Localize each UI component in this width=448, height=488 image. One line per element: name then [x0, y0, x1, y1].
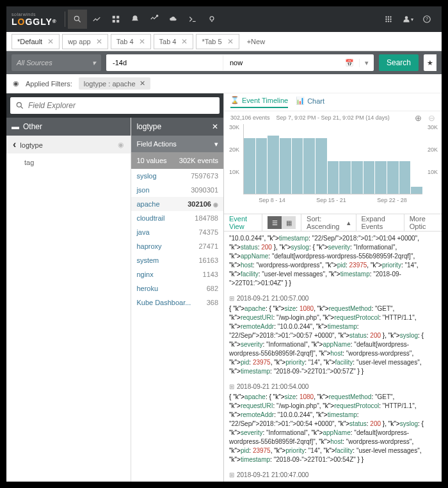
bell-icon[interactable]	[125, 10, 145, 29]
field-actions-dropdown[interactable]: Field Actions▾	[131, 136, 223, 152]
facet-row[interactable]: system16163	[131, 253, 223, 267]
panel-back-row[interactable]: ‹logtype◉	[6, 136, 131, 153]
expand-icon[interactable]: ⊞	[229, 383, 234, 390]
svg-point-11	[388, 16, 389, 17]
linechart-icon[interactable]	[87, 10, 106, 29]
chevron-down-icon: ▾	[92, 59, 96, 67]
facet-row[interactable]: Kube Dashboar...368	[131, 295, 223, 310]
chart-bar[interactable]	[364, 161, 375, 194]
sources-dropdown[interactable]: All Sources▾	[12, 54, 101, 71]
event-row[interactable]: "10.0.0.244", "k">timestamp: "22/Sep/">2…	[229, 234, 436, 288]
chevron-down-icon: ▾	[214, 140, 218, 148]
dashboard-icon[interactable]	[106, 10, 125, 29]
alert-icon[interactable]	[145, 10, 164, 29]
chevron-up-icon: ▴	[347, 219, 351, 227]
facet-row[interactable]: apache302106 ◉	[131, 197, 223, 211]
eye-icon[interactable]: ◉	[118, 141, 124, 149]
field-explorer-input[interactable]	[10, 97, 220, 114]
zoom-out-icon[interactable]: ⊖	[428, 113, 435, 123]
facet-row[interactable]: heroku682	[131, 281, 223, 295]
chart-bar[interactable]	[375, 161, 387, 194]
tab[interactable]: *Tab 5✕	[196, 34, 239, 49]
tab[interactable]: wp app✕	[62, 34, 108, 49]
more-options-button[interactable]: More Optic	[404, 214, 442, 231]
facet-row[interactable]: cloudtrail184788	[131, 211, 223, 225]
favorite-button[interactable]: ★	[424, 54, 436, 71]
apps-icon[interactable]	[379, 10, 398, 29]
close-icon[interactable]: ✕	[96, 37, 102, 46]
chart-bar[interactable]	[411, 187, 422, 194]
eye-icon: ◉	[213, 201, 218, 208]
tab-chart[interactable]: 📊Chart	[296, 97, 324, 107]
back-icon: ‹	[13, 139, 16, 150]
logo[interactable]: solarwinds LOGGLY®	[12, 12, 57, 27]
svg-point-8	[210, 17, 214, 20]
sort-dropdown[interactable]: Sort: Ascending▴	[301, 214, 356, 231]
cloud-icon[interactable]	[164, 10, 183, 29]
chevron-down-icon[interactable]: ▾	[359, 59, 374, 67]
expand-icon[interactable]: ⊞	[229, 471, 234, 478]
chart-bar[interactable]	[244, 138, 255, 194]
chart-bar[interactable]	[399, 161, 411, 194]
facet-row[interactable]: nginx1143	[131, 267, 223, 281]
terminal-icon[interactable]	[183, 10, 202, 29]
chart-bar[interactable]	[280, 138, 291, 194]
close-icon[interactable]: ✕	[227, 37, 234, 46]
chart-info: 302,106 events Sep 7, 9:02 PM - Sep 21, …	[224, 111, 442, 124]
expand-events-button[interactable]: Expand Events	[356, 214, 404, 231]
chart-bar[interactable]	[351, 161, 363, 194]
facet-row[interactable]: haproxy27471	[131, 239, 223, 253]
tab[interactable]: Tab 4✕	[154, 34, 194, 49]
close-icon[interactable]: ✕	[212, 122, 218, 131]
expand-icon[interactable]: ⊞	[229, 295, 234, 302]
close-icon[interactable]: ✕	[181, 37, 188, 46]
chart-bar[interactable]	[316, 138, 327, 194]
filter-chip[interactable]: logtype : apache✕	[79, 77, 150, 90]
svg-point-15	[390, 19, 391, 20]
chart-bar[interactable]	[303, 138, 315, 194]
new-tab-button[interactable]: +New	[242, 34, 270, 49]
event-row[interactable]: ⊞2018-09-21 21:00:47.000{ "k">apache: { …	[229, 471, 436, 482]
chart-bar[interactable]	[268, 136, 279, 194]
to-input[interactable]	[223, 55, 340, 70]
x-axis-labels: Sep 8 - 14 Sep 15 - 21 Sep 22 - 28	[243, 194, 422, 203]
event-count: 302,106 events	[230, 114, 270, 121]
facet-row[interactable]: json3090301	[131, 183, 223, 197]
close-icon[interactable]: ✕	[47, 37, 54, 46]
help-icon[interactable]: ?	[417, 10, 436, 29]
field-row[interactable]: tag	[6, 153, 131, 171]
tab[interactable]: *Default✕	[12, 34, 60, 49]
event-row[interactable]: ⊞2018-09-21 21:00:57.000{ "k">apache: { …	[229, 294, 436, 376]
zoom-in-icon[interactable]: ⊕	[415, 113, 422, 123]
search-button[interactable]: Search	[379, 54, 419, 71]
event-row[interactable]: ⊞2018-09-21 21:00:54.000{ "k">apache: { …	[229, 382, 436, 464]
calendar-icon[interactable]: 📅	[340, 59, 359, 67]
left-panel: ▬Other ‹logtype◉ tag logtype✕ Field Acti…	[6, 93, 224, 482]
from-input[interactable]	[106, 55, 223, 70]
chart-bar[interactable]	[339, 161, 351, 194]
user-icon[interactable]: ▾	[398, 10, 417, 29]
close-icon[interactable]: ✕	[140, 79, 145, 88]
view-list-button[interactable]: ☰	[268, 216, 282, 229]
tab-event-timeline[interactable]: ⌛Event Timeline	[230, 96, 288, 108]
time-range-label: Sep 7, 9:02 PM - Sep 21, 9:02 PM (14 day…	[276, 114, 390, 121]
facet-row[interactable]: syslog7597673	[131, 169, 223, 183]
view-grid-button[interactable]: ▦	[282, 216, 296, 229]
svg-point-10	[385, 16, 387, 17]
search-icon[interactable]	[68, 10, 87, 29]
svg-text:?: ?	[426, 17, 428, 21]
chart-bar[interactable]	[292, 138, 303, 194]
eye-icon[interactable]: ◉	[13, 79, 19, 88]
tab[interactable]: Tab 4✕	[111, 34, 151, 49]
timeline-icon: ⌛	[230, 96, 239, 104]
bulb-icon[interactable]	[202, 10, 221, 29]
value-counts: 10 values302K events	[131, 152, 223, 169]
facet-row[interactable]: java74375	[131, 225, 223, 239]
events-list[interactable]: "10.0.0.244", "k">timestamp: "22/Sep/">2…	[224, 232, 442, 482]
timeline-chart[interactable]: 30K 20K 10K 30K 20K 10K Sep 8 - 14 Sep 1…	[224, 124, 442, 214]
explorer-bar	[6, 93, 223, 118]
chart-bar[interactable]	[387, 161, 399, 194]
chart-bar[interactable]	[256, 138, 268, 194]
chart-bar[interactable]	[328, 161, 339, 194]
close-icon[interactable]: ✕	[139, 37, 145, 46]
